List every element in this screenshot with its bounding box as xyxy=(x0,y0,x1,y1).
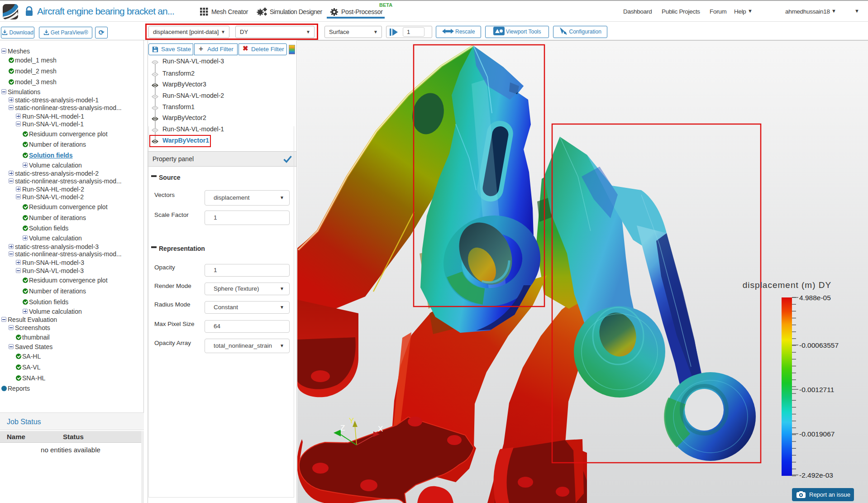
svg-text:-0.0019067: -0.0019067 xyxy=(799,430,835,438)
svg-text:X: X xyxy=(378,425,383,433)
svg-text:-0.0012711: -0.0012711 xyxy=(799,386,834,393)
svg-text:Z: Z xyxy=(340,424,345,432)
svg-text:4.988e-05: 4.988e-05 xyxy=(799,294,831,302)
svg-text:-2.492e-03: -2.492e-03 xyxy=(799,471,833,479)
svg-text:displacement (m) DY: displacement (m) DY xyxy=(743,280,831,290)
svg-text:-0.00063557: -0.00063557 xyxy=(799,341,839,349)
svg-text:Y: Y xyxy=(349,417,354,425)
